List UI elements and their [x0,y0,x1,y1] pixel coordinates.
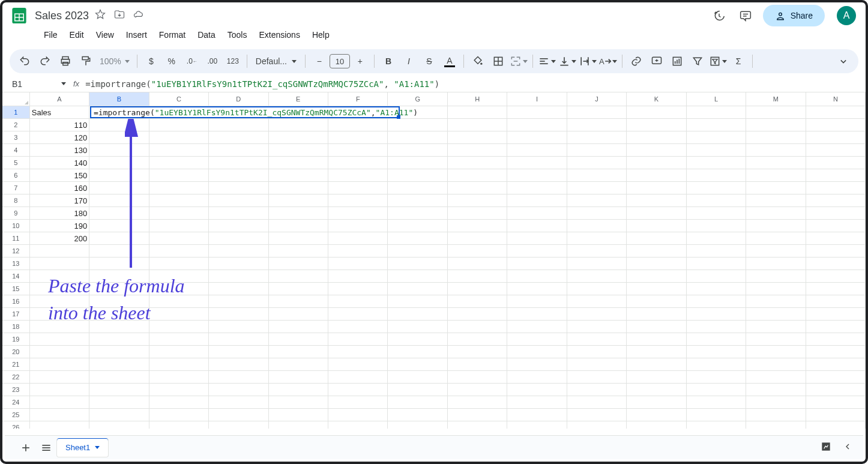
cell[interactable] [209,384,268,396]
cell[interactable] [687,169,746,182]
cell[interactable] [806,258,866,270]
cell[interactable] [687,270,746,283]
cell[interactable] [388,384,447,396]
cell[interactable] [448,384,507,396]
insert-chart-icon[interactable] [668,52,686,70]
cell[interactable] [209,333,268,346]
cell[interactable] [687,182,746,194]
cell[interactable] [89,346,149,358]
column-header[interactable]: J [567,92,627,106]
cell[interactable] [627,421,686,429]
cell[interactable] [567,169,627,182]
cell[interactable] [149,409,209,421]
cell[interactable] [507,371,567,384]
cell[interactable] [507,131,567,144]
cell[interactable] [328,384,388,396]
undo-icon[interactable] [16,52,34,70]
cell[interactable] [627,270,686,283]
cell[interactable] [269,333,328,346]
cell[interactable] [209,220,268,232]
menu-data[interactable]: Data [192,26,221,43]
insert-comment-icon[interactable] [648,52,666,70]
active-cell-editor[interactable]: =importrange("1uEYB1Y1RlFsY9n1tTPtK2I_cq… [90,106,400,118]
cell[interactable] [149,308,209,321]
cell[interactable] [388,333,447,346]
cell[interactable] [507,144,567,157]
cell[interactable] [627,283,686,295]
cell[interactable] [806,220,866,232]
cell[interactable] [507,409,567,421]
cell[interactable] [328,333,388,346]
cell[interactable] [149,119,209,131]
cell[interactable] [746,131,806,144]
cell[interactable] [627,182,686,194]
column-header[interactable]: C [149,92,209,106]
cell[interactable] [448,308,507,321]
cell[interactable] [746,409,806,421]
cell[interactable] [687,421,746,429]
menu-format[interactable]: Format [154,26,191,43]
cell[interactable] [627,144,686,157]
cell[interactable] [627,371,686,384]
cell[interactable] [746,182,806,194]
cell[interactable] [89,295,149,308]
cell[interactable] [806,346,866,358]
cell[interactable] [209,421,268,429]
cell[interactable] [388,182,447,194]
print-icon[interactable] [56,52,74,70]
cell[interactable] [328,396,388,409]
cell[interactable]: 140 [30,157,89,169]
cell[interactable] [328,131,388,144]
cell[interactable] [627,169,686,182]
cell[interactable] [746,358,806,371]
cell[interactable] [746,232,806,245]
cell[interactable] [746,396,806,409]
cell[interactable] [746,194,806,207]
cell[interactable] [388,283,447,295]
cell[interactable] [149,396,209,409]
cell[interactable] [746,321,806,333]
cell[interactable] [149,421,209,429]
comment-icon[interactable] [737,7,755,25]
cell[interactable] [89,207,149,220]
cell[interactable] [209,371,268,384]
cell[interactable] [209,270,268,283]
cell[interactable] [627,106,686,119]
cell[interactable] [567,157,627,169]
cell[interactable]: 170 [30,194,89,207]
cell[interactable] [687,409,746,421]
cell[interactable] [269,295,328,308]
cell[interactable] [687,358,746,371]
cell[interactable] [567,245,627,258]
cell[interactable] [567,270,627,283]
cell[interactable] [269,371,328,384]
cell[interactable] [687,220,746,232]
cell[interactable] [89,333,149,346]
spreadsheet-grid[interactable]: ABCDEFGHIJKLMN =importrange("1uEYB1Y1RlF… [2,92,866,429]
cell[interactable] [89,421,149,429]
cell[interactable] [507,384,567,396]
cell[interactable] [627,409,686,421]
cell[interactable] [507,106,567,119]
cell[interactable] [30,258,89,270]
cell[interactable] [627,396,686,409]
column-header[interactable]: N [806,92,866,106]
cell[interactable] [567,409,627,421]
cell[interactable] [567,396,627,409]
cell[interactable] [746,308,806,321]
cell[interactable] [149,346,209,358]
cell[interactable] [567,131,627,144]
side-panel-toggle-icon[interactable] [843,442,852,453]
cell[interactable] [269,358,328,371]
cell[interactable] [328,409,388,421]
cell[interactable] [388,270,447,283]
cell[interactable] [328,308,388,321]
cell[interactable] [269,144,328,157]
cell[interactable] [567,182,627,194]
row-header[interactable]: 21 [2,358,30,371]
cell[interactable] [269,207,328,220]
cell[interactable] [269,283,328,295]
cell[interactable] [388,194,447,207]
cell[interactable] [448,207,507,220]
cell[interactable] [89,384,149,396]
